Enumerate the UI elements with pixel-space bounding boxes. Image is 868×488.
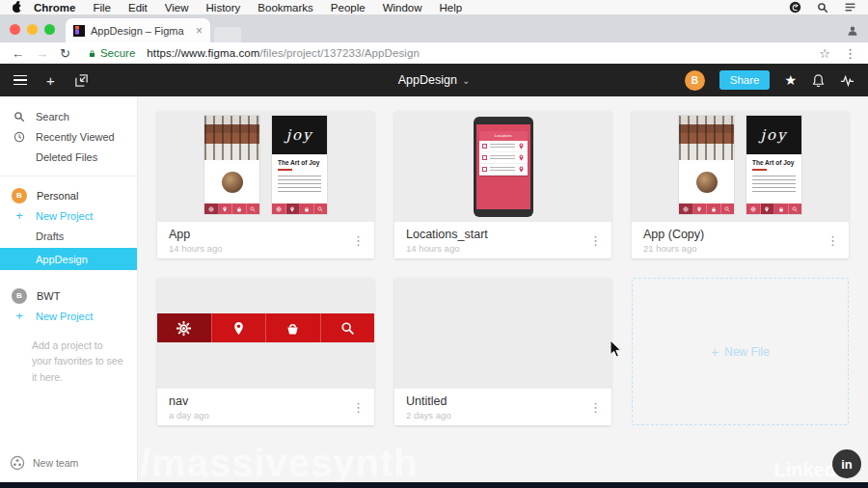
security-badge[interactable]: Secure xyxy=(88,47,135,59)
gear-icon xyxy=(750,206,756,212)
sidebar-item-recently-viewed[interactable]: Recently Viewed xyxy=(0,126,137,147)
new-file-icon[interactable]: + xyxy=(46,73,55,88)
file-timestamp: 2 days ago xyxy=(406,410,600,420)
building-photo xyxy=(204,116,259,160)
team-icon xyxy=(10,455,25,471)
browser-profile-icon[interactable] xyxy=(846,24,859,38)
new-tab-button[interactable] xyxy=(214,27,241,42)
new-team-button[interactable]: New team xyxy=(10,455,78,471)
file-card[interactable]: Locations Locations_start 14 hours ago ⋮ xyxy=(394,111,611,258)
notifications-bell-icon[interactable] xyxy=(811,73,826,88)
file-thumbnail: Locations xyxy=(394,111,611,222)
search-icon xyxy=(250,206,256,212)
close-window-button[interactable] xyxy=(10,24,20,35)
menu-item-bookmarks[interactable]: Bookmarks xyxy=(249,2,322,14)
file-card[interactable]: joy The Art of Joy App (Copy) 21 hours a… xyxy=(632,111,849,258)
file-name: nav xyxy=(169,394,363,408)
file-menu-icon[interactable]: ⋮ xyxy=(352,233,365,248)
figma-favicon xyxy=(73,25,85,37)
gear-icon xyxy=(683,206,689,212)
new-project-label: New Project xyxy=(36,210,93,222)
user-avatar[interactable]: B xyxy=(685,70,705,91)
checkbox-icon xyxy=(482,155,487,160)
window-controls xyxy=(10,24,55,35)
gear-icon xyxy=(176,321,191,336)
tab-close-icon[interactable]: × xyxy=(196,24,203,38)
file-card[interactable]: nav a day ago ⋮ xyxy=(157,278,374,425)
menu-item-chrome[interactable]: Chrome xyxy=(28,2,84,14)
file-menu-icon[interactable]: ⋮ xyxy=(589,233,602,248)
activity-pulse-icon[interactable] xyxy=(840,73,854,88)
basket-icon xyxy=(711,206,717,212)
url-field[interactable]: https://www.figma.com/files/project/1372… xyxy=(147,47,420,59)
macos-menubar: ChromeFileEditViewHistoryBookmarksPeople… xyxy=(0,0,868,15)
file-card[interactable]: joy The Art of Joy App 14 hours ago ⋮ xyxy=(157,111,374,258)
project-title: AppDesign xyxy=(398,73,457,87)
forward-icon[interactable]: → xyxy=(36,47,48,60)
file-name: App xyxy=(169,228,363,241)
apple-menu-icon[interactable] xyxy=(12,2,22,13)
gear-icon xyxy=(276,206,282,212)
clock-icon xyxy=(13,130,26,144)
sidebar-item-new-project-personal[interactable]: + New Project xyxy=(0,205,137,226)
file-thumbnail xyxy=(394,278,611,389)
sidebar-item-deleted-files[interactable]: Deleted Files xyxy=(0,147,137,167)
sidebar-item-appdesign[interactable]: AppDesign xyxy=(0,248,137,270)
menu-item-edit[interactable]: Edit xyxy=(120,2,156,14)
personal-team-label: Personal xyxy=(37,190,78,202)
secure-label: Secure xyxy=(100,47,135,59)
mini-nav-bar xyxy=(746,203,801,214)
menu-item-view[interactable]: View xyxy=(156,2,198,14)
new-file-tile[interactable]: + New File xyxy=(632,278,849,425)
mini-screen-photo xyxy=(204,116,259,214)
screen-record-icon[interactable] xyxy=(789,1,801,14)
minimize-window-button[interactable] xyxy=(27,24,38,35)
basket-icon xyxy=(285,321,300,336)
author-line xyxy=(278,169,292,171)
mini-screen-photo xyxy=(679,116,734,214)
browser-menu-icon[interactable]: ⋮ xyxy=(844,46,856,61)
file-name: App (Copy) xyxy=(643,228,837,241)
favorites-star-icon[interactable]: ★ xyxy=(784,72,797,88)
menu-item-file[interactable]: File xyxy=(84,2,120,14)
sidebar-item-drafts[interactable]: Drafts xyxy=(0,226,137,246)
sidebar-team-bwt[interactable]: B BWT xyxy=(0,285,137,306)
pin-icon xyxy=(518,143,525,149)
file-card-footer: Untitled 2 days ago ⋮ xyxy=(394,389,611,425)
search-icon xyxy=(724,206,730,212)
file-thumbnail: joy The Art of Joy xyxy=(157,111,374,222)
file-card[interactable]: Untitled 2 days ago ⋮ xyxy=(394,278,611,425)
notification-center-icon[interactable] xyxy=(844,1,856,14)
file-timestamp: 14 hours ago xyxy=(406,243,600,254)
author-line xyxy=(752,169,767,171)
sidebar-item-search[interactable]: Search xyxy=(0,106,137,126)
zoom-window-button[interactable] xyxy=(44,24,55,35)
favorites-hint: Add a project to your favorites to see i… xyxy=(0,326,137,385)
file-menu-icon[interactable]: ⋮ xyxy=(352,400,365,415)
back-icon[interactable]: ← xyxy=(12,47,24,60)
spotlight-search-icon[interactable] xyxy=(817,2,828,14)
share-button[interactable]: Share xyxy=(719,70,771,90)
refresh-icon[interactable]: ↻ xyxy=(60,47,70,60)
file-card-footer: App (Copy) 21 hours ago ⋮ xyxy=(632,222,849,258)
search-icon xyxy=(340,321,355,336)
menu-item-window[interactable]: Window xyxy=(374,2,431,14)
import-icon[interactable] xyxy=(74,73,89,88)
plus-icon: + xyxy=(711,344,719,360)
menu-item-people[interactable]: People xyxy=(322,2,374,14)
file-menu-icon[interactable]: ⋮ xyxy=(589,400,602,415)
file-name: Untitled xyxy=(406,394,600,408)
gear-icon xyxy=(208,206,214,212)
sidebar-item-new-project-bwt[interactable]: + New Project xyxy=(0,306,137,326)
sidebar-team-personal[interactable]: B Personal xyxy=(0,185,137,205)
main-menu-icon[interactable] xyxy=(14,75,27,86)
menu-item-help[interactable]: Help xyxy=(431,2,472,14)
bookmark-star-icon[interactable]: ☆ xyxy=(819,46,830,61)
locations-list: Locations xyxy=(479,131,528,176)
lock-icon xyxy=(88,49,96,58)
menu-item-history[interactable]: History xyxy=(198,2,250,14)
file-menu-icon[interactable]: ⋮ xyxy=(827,233,839,248)
browser-tab[interactable]: AppDesign – Figma × xyxy=(66,18,210,42)
search-icon xyxy=(317,206,323,212)
file-thumbnail: joy The Art of Joy xyxy=(632,111,849,222)
